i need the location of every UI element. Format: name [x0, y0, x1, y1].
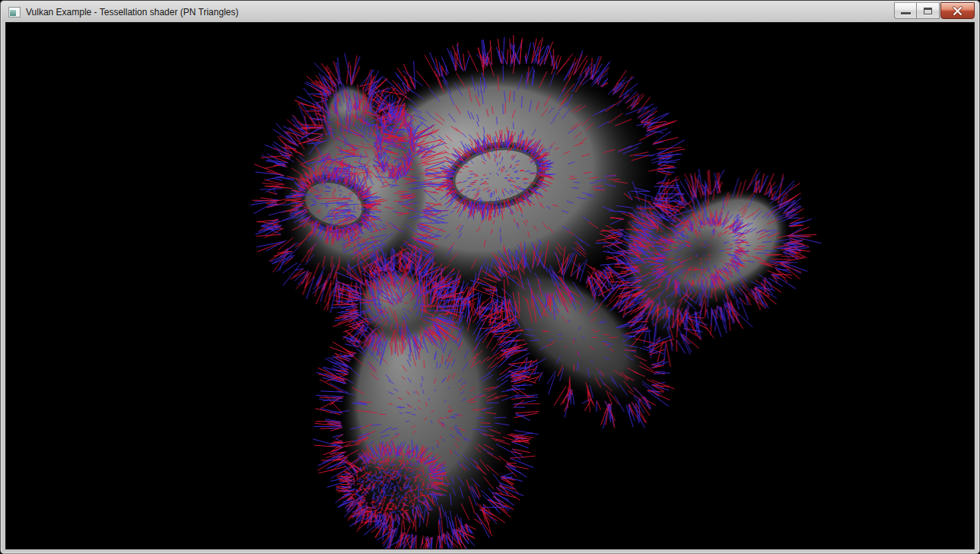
maximize-button[interactable] — [917, 2, 940, 19]
titlebar[interactable]: Vulkan Example - Tessellation shader (PN… — [2, 2, 978, 22]
application-icon-content-part — [10, 10, 16, 16]
render-client-area — [5, 22, 975, 549]
application-icon — [8, 7, 21, 18]
viewport-canvas[interactable] — [6, 23, 974, 549]
minimize-button[interactable] — [894, 2, 917, 19]
close-icon — [952, 6, 963, 16]
maximize-icon — [924, 8, 932, 14]
minimize-icon — [901, 12, 911, 14]
app-window: Vulkan Example - Tessellation shader (PN… — [0, 0, 980, 554]
application-icon-side-part — [16, 10, 19, 16]
close-button[interactable] — [940, 2, 975, 19]
window-controls — [894, 2, 975, 19]
window-title: Vulkan Example - Tessellation shader (PN… — [26, 7, 238, 18]
